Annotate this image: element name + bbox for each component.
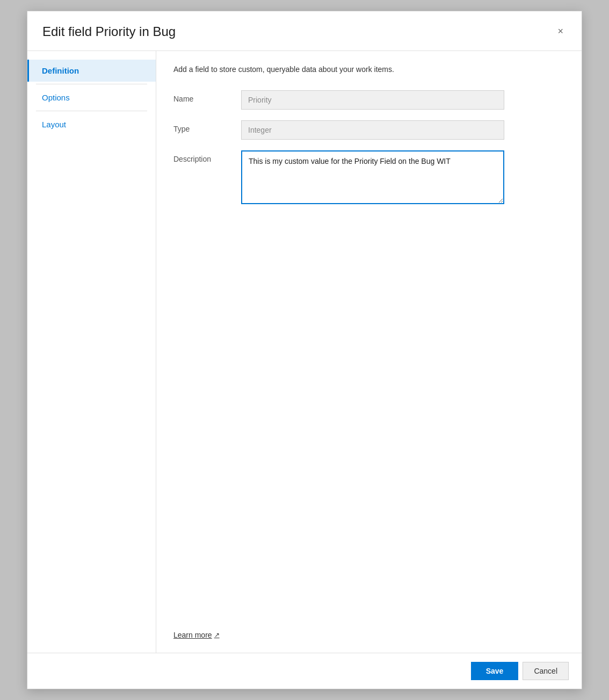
sidebar-item-options[interactable]: Options [27, 86, 156, 109]
dialog-body: Definition Options Layout Add a field to… [27, 51, 582, 653]
save-button[interactable]: Save [471, 662, 519, 680]
dialog-header: Edit field Priority in Bug × [27, 11, 582, 51]
sidebar-divider-1 [36, 84, 147, 84]
main-content: Add a field to store custom, queryable d… [156, 51, 582, 653]
name-row: Name [173, 90, 564, 110]
edit-field-dialog: Edit field Priority in Bug × Definition … [27, 11, 582, 689]
type-label: Type [173, 120, 233, 133]
type-row: Type [173, 120, 564, 140]
description-row: Description [173, 150, 564, 204]
sidebar-item-definition[interactable]: Definition [27, 60, 156, 82]
cancel-button[interactable]: Cancel [523, 662, 569, 680]
dialog-title: Edit field Priority in Bug [42, 24, 176, 40]
name-input[interactable] [241, 90, 504, 110]
type-input[interactable] [241, 120, 504, 140]
form-section: Name Type Description [173, 90, 564, 619]
dialog-footer: Save Cancel [27, 653, 582, 689]
description-label: Description [173, 150, 233, 163]
learn-more-link[interactable]: Learn more ↗ [173, 631, 220, 639]
external-link-icon: ↗ [214, 631, 220, 639]
sidebar: Definition Options Layout [27, 51, 156, 653]
sidebar-divider-2 [36, 111, 147, 111]
description-textarea[interactable] [241, 150, 504, 204]
sidebar-item-layout[interactable]: Layout [27, 113, 156, 135]
close-button[interactable]: × [554, 24, 567, 38]
content-description: Add a field to store custom, queryable d… [173, 64, 564, 75]
learn-more-section: Learn more ↗ [173, 619, 564, 640]
name-label: Name [173, 90, 233, 103]
